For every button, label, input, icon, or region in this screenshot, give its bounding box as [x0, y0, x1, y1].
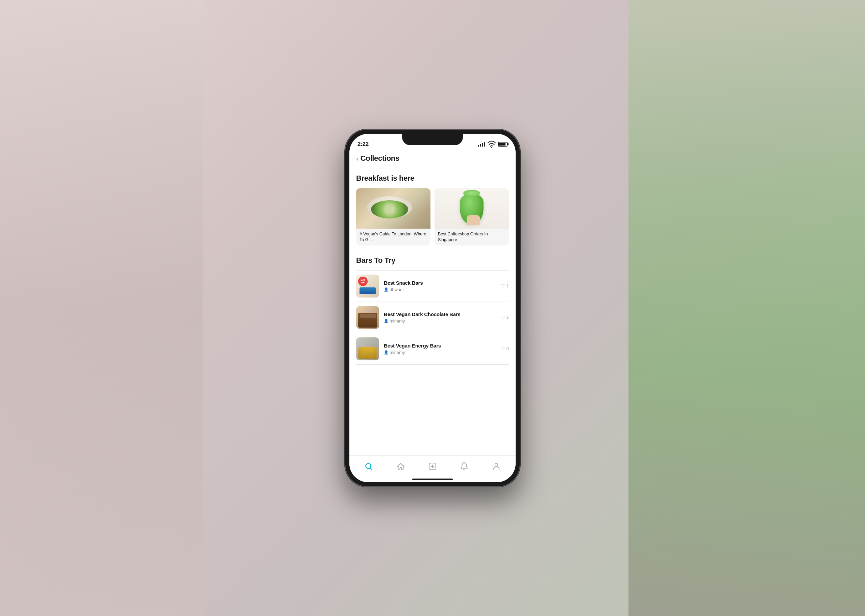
bars-item-1-info: Best Snack Bars 👤 dhwani: [384, 280, 496, 292]
author-person-icon: 👤: [384, 288, 388, 292]
bars-list-item-1[interactable]: EATME Best Snack Bars 👤: [349, 270, 516, 302]
breakfast-card-1-label: A Vegan's Guide To London: Where To G...: [356, 229, 431, 245]
breakfast-card-1[interactable]: A Vegan's Guide To London: Where To G...: [356, 188, 431, 245]
bars-item-3-author: 👤 miriamy: [384, 350, 496, 355]
app-content: ‹ Collections Breakfast is here A Vegan'…: [349, 151, 516, 482]
eat-me-badge: EATME: [358, 277, 368, 286]
bars-list-item-2[interactable]: Best Vegan Dark Chocolate Bars 👤 miriamy…: [349, 302, 516, 333]
phone-notch: [402, 134, 463, 145]
heart-icon: ♡: [501, 283, 505, 289]
breakfast-section: Breakfast is here A Vegan's Guide To Lon…: [349, 167, 516, 249]
author-person-icon-3: 👤: [384, 350, 388, 355]
bars-item-3-thumb: [356, 337, 379, 360]
energy-bar-visual: [358, 347, 377, 359]
app-header: ‹ Collections: [349, 151, 516, 167]
nav-home[interactable]: [393, 460, 409, 473]
nav-profile[interactable]: [489, 460, 504, 473]
bars-item-3-likes: ♡ 0: [501, 346, 509, 352]
svg-line-2: [370, 468, 372, 470]
svg-point-6: [495, 464, 498, 467]
breakfast-card-1-image: [356, 188, 431, 229]
bars-item-2-info: Best Vegan Dark Chocolate Bars 👤 miriamy: [384, 311, 496, 324]
status-icons: [478, 140, 508, 149]
phone-device: 2:22: [344, 129, 521, 487]
back-button[interactable]: ‹: [356, 155, 359, 162]
heart-icon-2: ♡: [501, 315, 505, 320]
breakfast-card-2-image: [434, 188, 509, 229]
phone-wrapper: 2:22: [344, 129, 521, 487]
breakfast-cards-grid: A Vegan's Guide To London: Where To G...…: [356, 188, 509, 245]
scroll-content: Breakfast is here A Vegan's Guide To Lon…: [349, 167, 516, 455]
bars-item-2-thumb: [356, 306, 379, 329]
wifi-icon: [487, 140, 496, 149]
home-indicator: [412, 479, 453, 480]
snack-bar-visual: [357, 286, 378, 295]
bottom-nav: [349, 455, 516, 482]
home-icon: [396, 462, 405, 471]
author-person-icon-2: 👤: [384, 319, 388, 323]
search-icon: [364, 462, 373, 471]
signal-icon: [478, 142, 485, 146]
hand-hint: [467, 215, 480, 225]
snack-thumb-image: EATME: [356, 275, 379, 297]
choc-bar-visual: [358, 313, 377, 328]
phone-screen: 2:22: [349, 134, 516, 482]
smoothie-glass: [460, 193, 483, 223]
background-left: [0, 0, 203, 616]
add-icon: [428, 462, 437, 471]
bars-item-1-likes: ♡ 1: [501, 283, 509, 289]
breakfast-card-2-label: Best Coffeeshop Orders In Singapore: [434, 229, 509, 245]
bars-item-1-author: 👤 dhwani: [384, 287, 496, 292]
battery-fill: [499, 143, 505, 146]
nav-notifications[interactable]: [456, 460, 472, 473]
bell-icon: [460, 462, 469, 471]
bars-item-3-info: Best Vegan Energy Bars 👤 miriamy: [384, 343, 496, 355]
bars-item-1-thumb: EATME: [356, 275, 379, 297]
svg-point-0: [491, 147, 492, 148]
list-divider-4: [356, 365, 509, 365]
nav-add[interactable]: [425, 460, 440, 473]
bars-item-3-title: Best Vegan Energy Bars: [384, 343, 496, 349]
bars-section-title: Bars To Try: [349, 249, 516, 270]
breakfast-card-2[interactable]: Best Coffeeshop Orders In Singapore: [434, 188, 509, 245]
background-right: [629, 0, 865, 616]
status-time: 2:22: [357, 141, 369, 148]
energy-thumb-image: [356, 337, 379, 360]
nav-search[interactable]: [361, 460, 376, 473]
choc-thumb-image: [356, 306, 379, 329]
bars-item-2-title: Best Vegan Dark Chocolate Bars: [384, 311, 496, 317]
bars-item-2-author: 👤 miriamy: [384, 319, 496, 324]
page-title: Collections: [360, 154, 399, 163]
breakfast-section-title: Breakfast is here: [356, 174, 509, 183]
bars-item-2-likes: ♡ 1: [501, 315, 509, 320]
profile-icon: [492, 462, 501, 471]
bars-list-item-3[interactable]: Best Vegan Energy Bars 👤 miriamy ♡ 0: [349, 333, 516, 365]
bars-item-1-title: Best Snack Bars: [384, 280, 496, 286]
heart-icon-3: ♡: [501, 346, 505, 352]
battery-icon: [498, 142, 508, 146]
bars-section: Bars To Try EATME: [349, 249, 516, 368]
